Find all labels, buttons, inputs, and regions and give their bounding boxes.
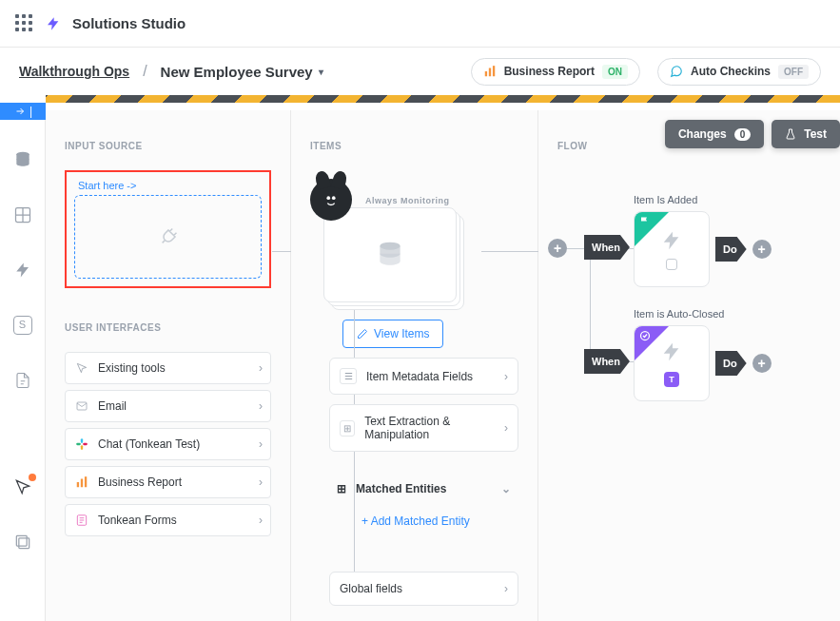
chevron-right-icon: › [259,437,263,451]
global-fields-card[interactable]: Global fields › [329,572,518,606]
database-icon [375,240,405,270]
chevron-right-icon: › [259,399,263,413]
breadcrumb-workspace[interactable]: Walkthrough Ops [19,64,129,79]
add-action-button[interactable]: + [752,240,772,259]
matched-entities-label: Matched Entities [356,482,446,495]
ui-item-business-report[interactable]: Business Report › [65,466,271,498]
svg-rect-5 [18,538,29,549]
grid-icon: ⊞ [337,482,346,495]
check-circle-icon [639,330,651,341]
item-metadata-card[interactable]: ☰ Item Metadata Fields › [329,358,518,395]
chevron-right-icon: › [259,361,263,375]
svg-rect-1 [488,68,490,77]
bar-chart-icon [483,65,497,78]
when-tag: When [584,235,630,260]
svg-rect-6 [16,535,27,546]
subheader: Walkthrough Ops / New Employee Survey ▾ … [0,48,840,95]
rail-database-icon[interactable] [11,148,34,171]
text-extraction-label: Text Extraction & Manipulation [364,415,495,441]
matched-entities-section: ⊞ Matched Entities ⌄ + Add Matched Entit… [329,476,518,528]
test-label: Test [804,127,827,141]
app-title: Solutions Studio [72,15,186,31]
svg-point-16 [326,196,330,200]
items-label: Items [310,141,518,151]
breadcrumb-sep: / [143,63,147,80]
input-source-label: Input Source [65,141,271,151]
flow-label: Flow [557,141,587,151]
view-items-label: View Items [374,327,429,340]
add-node-button[interactable]: + [548,239,567,258]
breadcrumb-current[interactable]: New Employee Survey ▾ [161,64,323,80]
svg-rect-12 [77,482,79,487]
ui-item-label: Chat (Tonkean Test) [98,437,200,451]
svg-rect-9 [76,443,81,445]
auto-checkins-pill[interactable]: Auto Checkins OFF [657,58,821,86]
report-icon [73,474,90,491]
input-source-highlight: Start here -> [65,170,271,288]
list-icon: ☰ [340,368,357,384]
user-interfaces-section: User Interfaces Existing tools › Email ›… [65,322,271,536]
item-metadata-label: Item Metadata Fields [366,370,473,383]
hazard-strip [46,95,840,103]
rail-lightning-icon[interactable] [11,259,34,281]
ui-item-email[interactable]: Email › [65,390,271,422]
slack-icon [73,436,90,453]
input-source-dropzone[interactable] [74,195,262,279]
trigger-card-added[interactable] [634,211,710,287]
trigger-item-auto-closed: Item is Auto-Closed T Do + [634,308,772,401]
logo-lightning-icon [46,15,61,32]
do-tag: Do [715,237,747,262]
items-data-card[interactable] [323,207,457,302]
user-interfaces-label: User Interfaces [65,322,271,333]
matched-entities-header[interactable]: ⊞ Matched Entities ⌄ [329,476,518,501]
ui-item-tonkean-forms[interactable]: Tonkean Forms › [65,504,271,536]
rail-note-icon[interactable] [11,369,34,392]
ui-item-existing-tools[interactable]: Existing tools › [65,352,271,384]
changes-count: 0 [734,128,752,141]
forms-icon [73,512,90,529]
pencil-icon [357,328,368,340]
test-button[interactable]: Test [772,120,840,148]
chevron-down-icon: ▾ [319,67,323,77]
rail-grid-icon[interactable] [11,204,34,226]
changes-button[interactable]: Changes 0 [665,120,764,148]
svg-rect-10 [81,445,83,450]
monkey-avatar-icon [310,179,352,221]
ui-item-label: Email [98,399,127,413]
input-source-column: Input Source Start here -> User Interfac… [46,110,291,621]
start-here-hint: Start here -> [74,180,262,191]
ui-item-chat[interactable]: Chat (Tonkean Test) › [65,428,271,460]
ui-item-label: Business Report [98,475,182,489]
text-extraction-card[interactable]: ⊞ Text Extraction & Manipulation › [329,404,518,452]
ui-item-label: Existing tools [98,361,166,375]
on-badge: ON [602,65,628,79]
chevron-right-icon: › [259,514,263,527]
off-badge: OFF [778,65,809,79]
global-fields-label: Global fields [340,582,402,595]
svg-rect-11 [83,443,88,445]
flag-icon [639,216,651,227]
do-tag: Do [715,351,747,376]
add-action-button[interactable]: + [752,354,772,373]
chevron-right-icon: › [504,582,508,595]
rail-stack-icon[interactable] [11,531,34,553]
add-matched-entity-link[interactable]: + Add Matched Entity [361,514,518,528]
svg-rect-7 [77,402,87,410]
collapse-sidebar-button[interactable]: | [0,103,46,120]
left-rail: S [0,120,46,621]
flow-column: Flow + When When Item Is Added [538,110,840,621]
chevron-right-icon: › [259,475,263,489]
svg-point-17 [332,196,336,200]
trigger-title: Item is Auto-Closed [634,308,772,320]
rail-cursor-icon[interactable] [11,475,34,498]
tools-icon [73,359,90,377]
app-switcher-icon[interactable] [15,14,34,33]
trigger-card-auto-closed[interactable]: T [634,325,710,401]
business-report-pill[interactable]: Business Report ON [471,58,640,86]
view-items-button[interactable]: View Items [342,320,443,348]
svg-rect-8 [81,438,83,443]
checkbox-icon [666,259,677,270]
breadcrumb-current-label: New Employee Survey [161,64,313,80]
rail-s-icon[interactable]: S [11,314,34,337]
email-icon [73,398,90,415]
